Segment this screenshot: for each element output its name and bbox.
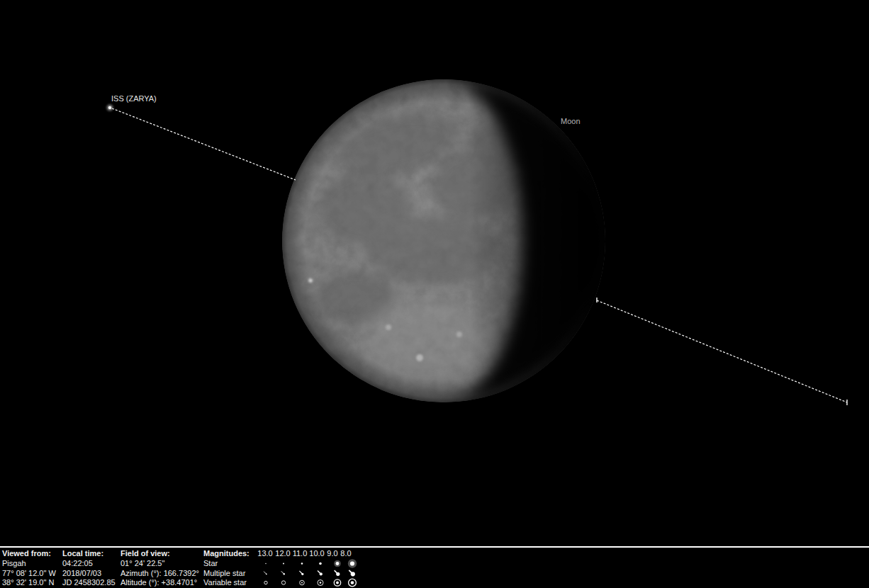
sky-view[interactable]: ISS (ZARYA) Moon bbox=[0, 0, 869, 588]
status-bar: Viewed from: Pisgah 77° 08' 12.0" W 38° … bbox=[0, 548, 869, 588]
viewed-from-header: Viewed from: bbox=[2, 549, 56, 559]
statusbar-viewed-from: Viewed from: Pisgah 77° 08' 12.0" W 38° … bbox=[2, 549, 56, 588]
star-symbol bbox=[336, 562, 340, 565]
star-symbol bbox=[265, 563, 266, 564]
julian-date-value: JD 2458302.85 bbox=[62, 578, 116, 588]
date-value: 2018/07/03 bbox=[62, 569, 116, 579]
field-of-view-header: Field of view: bbox=[120, 549, 199, 559]
time-value: 04:22:05 bbox=[62, 559, 116, 569]
statusbar-local-time: Local time: 04:22:05 2018/07/03 JD 24583… bbox=[62, 549, 116, 588]
variable-star-symbol-core bbox=[320, 582, 322, 584]
multiple-star-symbol bbox=[266, 573, 267, 575]
magnitude-symbol-grid bbox=[255, 557, 361, 588]
multiple-star-symbol bbox=[284, 573, 285, 575]
legend-row-star: Star bbox=[203, 559, 250, 569]
star-symbol bbox=[301, 562, 303, 565]
azimuth-value: Azimuth (°): 166.7392° bbox=[120, 569, 199, 579]
star-symbol bbox=[350, 561, 354, 565]
variable-star-symbol-core bbox=[301, 582, 303, 584]
fov-value: 01° 24' 22.5" bbox=[120, 559, 199, 569]
statusbar-magnitudes-legend: Magnitudes: Star Multiple star Variable … bbox=[203, 549, 250, 588]
moon-limb-vignette bbox=[282, 79, 605, 402]
trajectory-tick-marks bbox=[597, 298, 847, 405]
star-symbol bbox=[283, 563, 284, 565]
variable-star-symbol-ring bbox=[281, 581, 285, 584]
legend-row-variable-star: Variable star bbox=[203, 578, 250, 588]
multiple-star-symbol bbox=[301, 573, 303, 575]
altitude-value: Altitude (°): +38.4701° bbox=[120, 578, 199, 588]
multiple-star-symbol bbox=[320, 572, 323, 575]
statusbar-field-of-view: Field of view: 01° 24' 22.5" Azimuth (°)… bbox=[120, 549, 199, 588]
moon-disc[interactable] bbox=[282, 79, 605, 402]
location-name: Pisgah bbox=[2, 559, 56, 569]
magnitudes-header: Magnitudes: bbox=[203, 549, 250, 559]
longitude-value: 77° 08' 12.0" W bbox=[2, 569, 56, 579]
sky-canvas[interactable] bbox=[0, 0, 869, 588]
multiple-star-symbol bbox=[351, 572, 355, 576]
iss-marker[interactable] bbox=[104, 102, 116, 113]
star-symbol bbox=[319, 562, 322, 565]
latitude-value: 38° 32' 19.0" N bbox=[2, 578, 56, 588]
variable-star-symbol-core bbox=[336, 582, 339, 584]
multiple-star-symbol bbox=[336, 572, 340, 576]
variable-star-symbol-core bbox=[351, 581, 354, 584]
local-time-header: Local time: bbox=[62, 549, 116, 559]
iss-label: ISS (ZARYA) bbox=[111, 94, 157, 103]
legend-row-multiple-star: Multiple star bbox=[203, 569, 250, 579]
variable-star-symbol-ring bbox=[264, 581, 267, 584]
moon-label: Moon bbox=[561, 117, 581, 125]
